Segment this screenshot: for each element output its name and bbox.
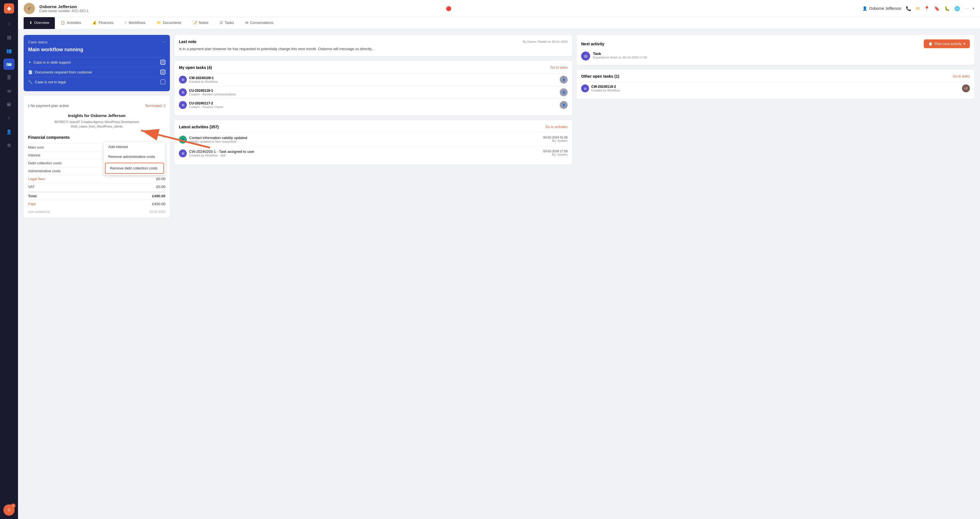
dropdown-remove-debt-collection[interactable]: Remove debt collection costs [105, 163, 164, 174]
more-icon[interactable]: ··· [964, 6, 968, 11]
other-task-info-0: CW-20240118-2 Created by Workflow [591, 85, 620, 92]
cases-icon[interactable]: 🪪 [3, 59, 14, 70]
financial-row-total: Total £490.00 [28, 192, 165, 200]
task-info-2: CU-20240117-2 Custom - Finance Check [189, 101, 223, 109]
next-activity-type: Task [593, 51, 647, 56]
sidebar-logo[interactable]: ◆ [4, 3, 14, 13]
case-status-checkbox-1[interactable]: ✓ [160, 70, 165, 75]
task-left-2: ▤ CU-20240117-2 Custom - Finance Check [179, 101, 223, 109]
documents-icon: 📁 [157, 21, 161, 25]
overview-icon: ⬇ [29, 21, 32, 25]
financial-menu-icon[interactable]: ··· [162, 135, 165, 140]
tab-notes-label: Notes [199, 21, 208, 25]
tab-notes[interactable]: 📝 Notes [187, 17, 214, 29]
terminated-link[interactable]: Terminated: 2 [145, 104, 165, 108]
bug-icon[interactable]: 🐛 [944, 6, 950, 11]
database-icon[interactable]: 🗄 [3, 72, 14, 83]
finances-icon: 💰 [92, 21, 97, 25]
case-status-checkbox-2[interactable] [160, 79, 165, 85]
financial-dropdown-menu: Add interest Remove administrative costs… [103, 142, 165, 175]
activities-header: Latest activities (357) Go to activities [179, 125, 568, 129]
tab-conversations-label: Conversations [250, 21, 274, 25]
tab-activities[interactable]: 📋 Activities [55, 17, 87, 29]
tab-overview[interactable]: ⬇ Overview [24, 17, 55, 29]
tab-workflows-label: Workflows [129, 21, 145, 25]
last-note-card: Last note By Darren Tebbitt on 30-01-202… [174, 35, 572, 56]
case-status-checkbox-0[interactable]: ✓ [160, 60, 165, 65]
dropdown-add-interest[interactable]: Add interest [104, 142, 165, 152]
plan-btn-label: Plan new activity [934, 42, 962, 46]
payment-plan-info: ℹ No payment plan active Terminated: 2 [28, 104, 165, 108]
tasks-icon: ☑ [220, 21, 223, 25]
tab-finances[interactable]: 💰 Finances [87, 17, 119, 29]
inbox-icon[interactable]: ▤ [3, 32, 14, 43]
task-avatar-0: 👤 [560, 76, 568, 84]
last-note-meta: By Darren Tebbitt on 30-01-2024 [523, 40, 568, 43]
task-avatar-1: 👤 [560, 88, 568, 96]
main-content: ♂ Osborne Jefferson Case owner number: A… [18, 0, 980, 519]
case-name: Osborne Jefferson [40, 4, 441, 9]
bank-icon[interactable]: 🏛 [3, 99, 14, 110]
bookmark-icon[interactable]: 🔖 [934, 6, 940, 11]
tab-conversations[interactable]: ✉ Conversations [240, 17, 279, 29]
financial-label-vat: VAT [28, 185, 35, 189]
financial-header: Financial components ··· Add interest Re… [28, 135, 165, 140]
dropdown-remove-admin-costs[interactable]: Remove administrative costs [104, 152, 165, 161]
home-icon[interactable]: ⌂ [3, 18, 14, 29]
user-icon: 👤 [862, 6, 867, 11]
phone-icon[interactable]: 📞 [906, 6, 912, 11]
email-icon[interactable]: ✉ [916, 6, 920, 11]
activity-row-0: 👤 Contact information validity updated V… [179, 133, 568, 146]
sidebar: ◆ ⌂ ▤ 👥 🪪 🗄 ✉ 🏛 ⑂ 👤 ⚙ G 2 [0, 0, 18, 519]
task-avatar-2: 👤 [560, 101, 568, 109]
case-status-item-2-label: Case is not in legal [35, 80, 66, 84]
mail-icon[interactable]: ✉ [3, 86, 14, 97]
other-task-left-0: ▤ CW-20240118-2 Created by Workflow [581, 85, 620, 92]
contacts-icon[interactable]: 👥 [3, 45, 14, 56]
avatar[interactable]: G 2 [3, 505, 14, 516]
last-updated: Last updated at: 04-02-2024 [28, 210, 165, 213]
git-icon[interactable]: ⑂ [3, 113, 14, 124]
other-task-avatar-0: LR [962, 85, 970, 92]
info-icon: ℹ [28, 104, 30, 108]
last-note-content: Is in a payment plan however he has requ… [179, 46, 568, 52]
last-note-title: Last note [179, 39, 196, 44]
location-icon[interactable]: 📍 [924, 6, 930, 11]
team-icon[interactable]: 👤 [3, 126, 14, 137]
chevron-down-icon: ▾ [963, 42, 966, 46]
case-number: Case owner number: ACC-DCI-1 [40, 9, 441, 13]
activity-main-0: Contact information validity updated [189, 136, 247, 140]
activity-dot-1: ▤ [179, 149, 187, 157]
conversations-icon: ✉ [245, 21, 248, 25]
settings-icon[interactable]: ⚙ [3, 140, 14, 151]
my-tasks-title: My open tasks (4) [179, 65, 212, 70]
case-status-card: Case status ··· Main workflow running ✦ … [24, 35, 170, 91]
go-to-tasks-link[interactable]: Go to tasks [550, 65, 568, 70]
activity-text-0: Contact information validity updated Val… [189, 136, 247, 143]
activity-by-1: By: System [543, 153, 568, 156]
task-sub-2: Custom - Finance Check [189, 105, 223, 109]
paid-link[interactable]: Paid [28, 202, 35, 206]
my-tasks-header: My open tasks (4) Go to tasks [179, 65, 568, 70]
topbar: ♂ Osborne Jefferson Case owner number: A… [18, 0, 980, 17]
other-tasks-go-link[interactable]: Go to tasks [953, 74, 970, 78]
case-status-menu-icon[interactable]: ··· [162, 39, 165, 45]
plan-new-activity-button[interactable]: 📋 Plan new activity ▾ [924, 39, 970, 48]
alert-icon: 🔴 [446, 6, 452, 11]
activities-title: Latest activities (357) [179, 125, 219, 129]
tab-workflows[interactable]: ⑂ Workflows [119, 17, 151, 29]
globe-icon[interactable]: 🌐 [955, 6, 960, 11]
chevron-down-icon[interactable]: ▾ [972, 6, 974, 11]
topbar-info: Osborne Jefferson Case owner number: ACC… [40, 4, 441, 13]
tab-documents[interactable]: 📁 Documents [151, 17, 187, 29]
task-sub-1: Custom - Review communications [189, 93, 236, 96]
tab-tasks[interactable]: ☑ Tasks [214, 17, 240, 29]
activity-by-0: By: System [543, 139, 568, 142]
next-activity-header: Next activity 📋 Plan new activity ▾ [581, 39, 970, 48]
tab-documents-label: Documents [163, 21, 181, 25]
legal-fees-link[interactable]: Legal fees [28, 177, 45, 181]
case-status-item-1-label: Documents required from customer [35, 70, 92, 74]
other-task-id-0: CW-20240118-2 [591, 85, 620, 89]
go-to-activities-link[interactable]: Go to activities [546, 125, 568, 129]
task-left-0: ▤ CW-20240109-1 Created by Workflow [179, 76, 218, 84]
